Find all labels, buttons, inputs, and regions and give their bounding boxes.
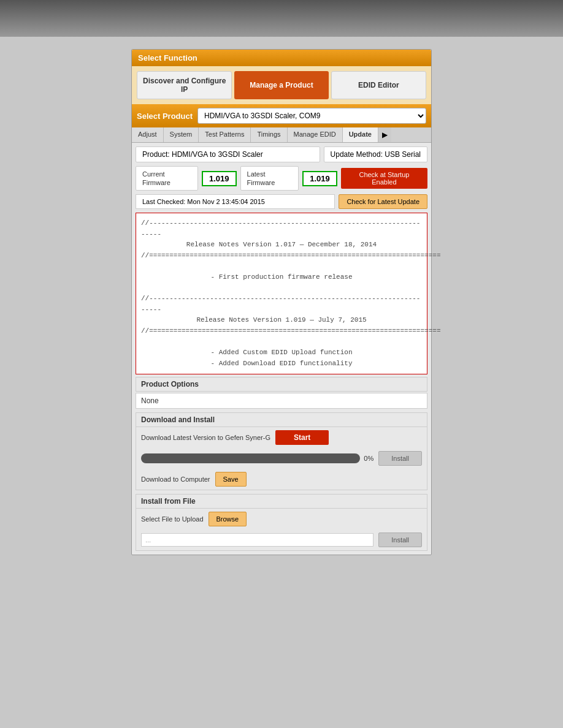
latest-firmware-label: Latest Firmware — [247, 170, 275, 186]
latest-firmware-value: 1.019 — [302, 171, 337, 186]
select-function-header: Select Function — [132, 50, 431, 66]
download-to-computer-label: Download to Computer — [141, 476, 210, 483]
select-file-label: Select File to Upload — [141, 515, 204, 523]
nav-buttons-row: Discover and Configure IP Manage a Produ… — [132, 66, 431, 104]
browse-button[interactable]: Browse — [209, 512, 247, 526]
select-product-label: Select Product — [137, 112, 193, 121]
current-firmware-label: Current Firmware — [142, 170, 170, 186]
product-name-label: Product: HDMI/VGA to 3GSDI Scaler — [142, 150, 263, 159]
last-checked-box: Last Checked: Mon Nov 2 13:45:04 2015 — [136, 194, 335, 209]
update-content: Product: HDMI/VGA to 3GSDI Scaler Update… — [132, 143, 431, 555]
product-name-box: Product: HDMI/VGA to 3GSDI Scaler — [136, 146, 320, 162]
current-firmware-box: Current Firmware — [136, 166, 198, 191]
edid-editor-button[interactable]: EDID Editor — [331, 71, 426, 99]
download-latest-label: Download Latest Version to Gefen Syner-G — [141, 434, 270, 441]
progress-container: 0% — [141, 453, 373, 463]
file-path-row: ... Install — [136, 529, 427, 550]
discover-configure-button[interactable]: Discover and Configure IP — [137, 71, 232, 99]
main-panel: Select Function Discover and Configure I… — [131, 49, 432, 555]
current-firmware-value: 1.019 — [202, 171, 237, 186]
product-select[interactable]: HDMI/VGA to 3GSDI Scaler, COM9 — [197, 108, 426, 124]
release-notes-box: //--------------------------------------… — [136, 213, 427, 374]
tabs-row: Adjust System Test Patterns Timings Mana… — [132, 127, 431, 143]
tab-arrow[interactable]: ▶ — [378, 127, 391, 142]
last-checked-row: Last Checked: Mon Nov 2 13:45:04 2015 Ch… — [136, 194, 427, 209]
download-install-section: Download and Install Download Latest Ver… — [136, 412, 427, 490]
check-startup-button[interactable]: Check at Startup Enabled — [341, 168, 427, 189]
download-to-computer-row: Download to Computer Save — [136, 469, 427, 490]
tab-manage-edid[interactable]: Manage EDID — [288, 127, 343, 142]
tab-test-patterns[interactable]: Test Patterns — [199, 127, 251, 142]
top-bar — [0, 0, 563, 37]
download-install-header: Download and Install — [136, 413, 427, 427]
manage-product-button[interactable]: Manage a Product — [234, 71, 328, 99]
start-button[interactable]: Start — [275, 430, 329, 445]
product-info-row: Product: HDMI/VGA to 3GSDI Scaler Update… — [136, 146, 427, 162]
file-placeholder: ... — [145, 536, 151, 544]
tab-adjust[interactable]: Adjust — [132, 127, 164, 142]
firmware-row: Current Firmware 1.019 Latest Firmware 1… — [136, 166, 427, 191]
tab-update[interactable]: Update — [343, 127, 378, 142]
save-button[interactable]: Save — [215, 472, 247, 487]
install-from-file-section: Install from File Select File to Upload … — [136, 494, 427, 551]
progress-row: 0% Install — [136, 448, 427, 469]
product-options-header: Product Options — [136, 377, 427, 392]
download-latest-row: Download Latest Version to Gefen Syner-G… — [136, 427, 427, 448]
check-latest-button[interactable]: Check for Latest Update — [339, 194, 427, 209]
select-file-row: Select File to Upload Browse — [136, 509, 427, 529]
select-product-row: Select Product HDMI/VGA to 3GSDI Scaler,… — [132, 104, 431, 127]
last-checked-label: Last Checked: Mon Nov 2 13:45:04 2015 — [142, 198, 265, 205]
update-method-box: Update Method: USB Serial — [324, 146, 427, 162]
install-from-file-header: Install from File — [136, 495, 427, 509]
file-path-input[interactable]: ... — [141, 533, 373, 547]
install-button[interactable]: Install — [378, 451, 422, 466]
progress-pct: 0% — [364, 455, 373, 462]
tab-system[interactable]: System — [164, 127, 199, 142]
select-function-label: Select Function — [138, 53, 197, 63]
update-method-label: Update Method: USB Serial — [331, 150, 421, 159]
file-install-button[interactable]: Install — [378, 533, 422, 547]
product-options-value: None — [136, 393, 427, 409]
progress-bar-outer — [141, 453, 360, 463]
tab-timings[interactable]: Timings — [251, 127, 287, 142]
latest-firmware-box: Latest Firmware — [240, 166, 299, 191]
